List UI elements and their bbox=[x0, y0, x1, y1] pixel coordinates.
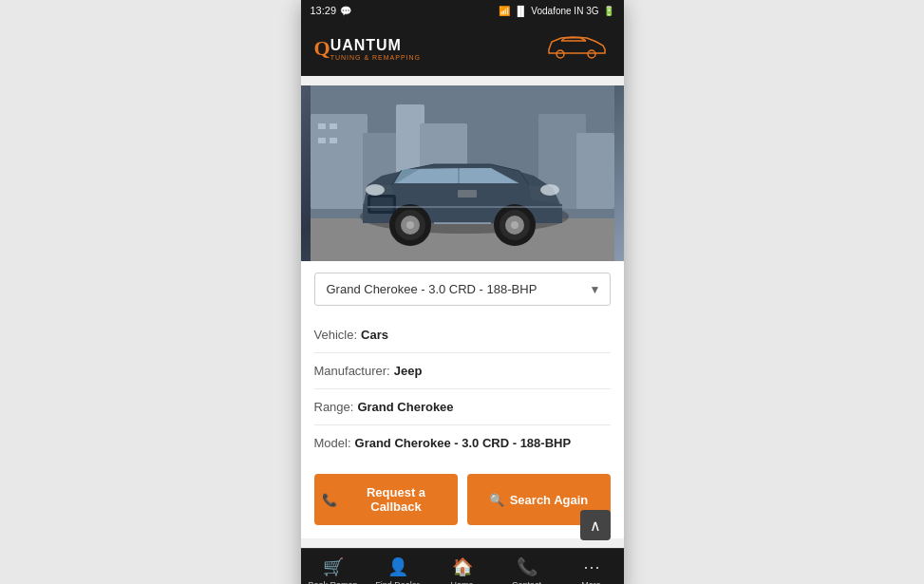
model-label: Model: bbox=[314, 436, 351, 450]
range-row: Range: Grand Cherokee bbox=[314, 389, 611, 425]
logo-text-block: UANTUM TUNING & REMAPPING bbox=[330, 37, 421, 61]
svg-rect-9 bbox=[318, 123, 326, 129]
book-remap-label: Book Remap bbox=[308, 580, 357, 584]
status-right: 📶 ▐▌ Vodafone IN 3G 🔋 bbox=[499, 6, 613, 16]
wifi-icon: 📶 bbox=[499, 6, 510, 16]
svg-rect-12 bbox=[330, 138, 337, 143]
vehicle-details: Vehicle: Cars Manufacturer: Jeep Range: … bbox=[301, 317, 624, 461]
status-time: 13:29 💬 bbox=[311, 5, 352, 16]
callback-label: Request a Callback bbox=[343, 485, 450, 514]
model-value: Grand Cherokee - 3.0 CRD - 188-BHP bbox=[355, 436, 572, 450]
svg-rect-11 bbox=[318, 138, 326, 143]
range-value: Grand Cherokee bbox=[357, 400, 453, 414]
dropdown-container: Grand Cherokee - 3.0 CRD - 188-BHP ▼ bbox=[301, 261, 624, 317]
nav-find-dealer[interactable]: 👤 Find Dealer bbox=[366, 549, 430, 584]
svg-rect-8 bbox=[576, 133, 614, 209]
vehicle-row: Vehicle: Cars bbox=[314, 317, 611, 353]
more-label: More bbox=[581, 580, 601, 584]
vehicle-label: Vehicle: bbox=[314, 328, 358, 342]
nav-home[interactable]: 🏠 Home bbox=[430, 549, 495, 584]
svg-rect-10 bbox=[330, 123, 337, 129]
manufacturer-label: Manufacturer: bbox=[314, 364, 390, 378]
action-buttons: 📞 Request a Callback 🔍 Search Again bbox=[301, 461, 624, 538]
manufacturer-value: Jeep bbox=[394, 364, 423, 378]
find-dealer-label: Find Dealer bbox=[375, 580, 420, 584]
phone-frame: 13:29 💬 📶 ▐▌ Vodafone IN 3G 🔋 Q UANTUM T… bbox=[301, 0, 624, 584]
car-image bbox=[301, 85, 624, 261]
home-label: Home bbox=[450, 580, 473, 584]
logo: Q UANTUM TUNING & REMAPPING bbox=[314, 36, 422, 61]
contact-label: Contact bbox=[512, 580, 541, 584]
find-dealer-icon: 👤 bbox=[387, 556, 408, 577]
chevron-up-icon: ∧ bbox=[590, 517, 601, 535]
manufacturer-row: Manufacturer: Jeep bbox=[314, 353, 611, 389]
svg-point-0 bbox=[556, 50, 564, 58]
search-icon: 🔍 bbox=[489, 493, 504, 507]
phone-icon: 📞 bbox=[322, 493, 337, 507]
model-dropdown[interactable]: Grand Cherokee - 3.0 CRD - 188-BHP bbox=[314, 273, 611, 306]
time-display: 13:29 bbox=[311, 5, 337, 16]
dropdown-wrapper[interactable]: Grand Cherokee - 3.0 CRD - 188-BHP ▼ bbox=[314, 273, 611, 306]
more-icon: ⋯ bbox=[583, 556, 600, 577]
header-car-icon bbox=[544, 28, 611, 68]
signal-icon: ▐▌ bbox=[514, 6, 527, 16]
model-row: Model: Grand Cherokee - 3.0 CRD - 188-BH… bbox=[314, 425, 611, 461]
logo-q: Q bbox=[314, 36, 330, 61]
callback-button[interactable]: 📞 Request a Callback bbox=[314, 474, 458, 525]
svg-rect-16 bbox=[370, 198, 393, 211]
svg-point-22 bbox=[406, 221, 414, 229]
book-remap-icon: 🛒 bbox=[323, 556, 344, 577]
svg-point-1 bbox=[588, 50, 595, 58]
svg-rect-27 bbox=[458, 190, 477, 198]
bottom-nav: 🛒 Book Remap 👤 Find Dealer 🏠 Home 📞 Cont… bbox=[301, 548, 624, 584]
svg-point-18 bbox=[540, 184, 559, 196]
chat-icon: 💬 bbox=[340, 6, 351, 16]
logo-uantum: UANTUM bbox=[330, 37, 421, 54]
carrier-label: Vodafone IN 3G bbox=[531, 6, 598, 16]
range-label: Range: bbox=[314, 400, 354, 414]
logo-sub: TUNING & REMAPPING bbox=[330, 54, 421, 61]
app-header: Q UANTUM TUNING & REMAPPING bbox=[301, 21, 624, 76]
scroll-top-button[interactable]: ∧ bbox=[580, 510, 611, 540]
page-content: Grand Cherokee - 3.0 CRD - 188-BHP ▼ Veh… bbox=[301, 76, 624, 548]
nav-contact[interactable]: 📞 Contact bbox=[495, 549, 559, 584]
status-bar: 13:29 💬 📶 ▐▌ Vodafone IN 3G 🔋 bbox=[301, 0, 624, 21]
svg-point-26 bbox=[511, 221, 519, 229]
card: Grand Cherokee - 3.0 CRD - 188-BHP ▼ Veh… bbox=[301, 85, 624, 538]
home-icon: 🏠 bbox=[452, 556, 473, 577]
vehicle-value: Cars bbox=[361, 328, 388, 342]
nav-book-remap[interactable]: 🛒 Book Remap bbox=[301, 549, 366, 584]
contact-icon: 📞 bbox=[517, 556, 537, 577]
search-label: Search Again bbox=[510, 493, 589, 507]
nav-more[interactable]: ⋯ More bbox=[559, 549, 624, 584]
battery-icon: 🔋 bbox=[603, 6, 614, 16]
svg-point-17 bbox=[366, 184, 385, 196]
